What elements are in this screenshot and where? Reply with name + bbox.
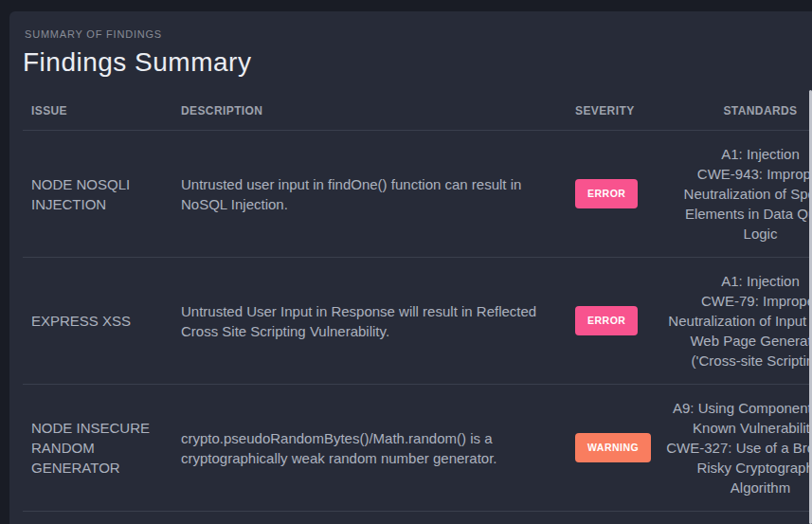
findings-table: ISSUE DESCRIPTION SEVERITY STANDARDS NOD…	[23, 93, 812, 512]
issue-cell: EXPRESS XSS	[23, 258, 172, 385]
standards-cell: A1: Injection CWE-943: Improper Neutrali…	[658, 131, 812, 258]
page-title: Findings Summary	[23, 45, 812, 80]
column-header-severity: SEVERITY	[567, 93, 658, 131]
card-eyebrow: SUMMARY OF FINDINGS	[25, 28, 812, 40]
column-header-issue: ISSUE	[23, 93, 172, 131]
severity-badge: ERROR	[575, 179, 638, 208]
description-cell: Untrusted user input in findOne() functi…	[172, 131, 567, 258]
issue-cell: NODE NOSQLI INJECTION	[23, 131, 172, 258]
table-row: NODE NOSQLI INJECTION Untrusted user inp…	[23, 131, 812, 258]
column-header-description: DESCRIPTION	[172, 93, 567, 131]
findings-summary-card: SUMMARY OF FINDINGS Findings Summary ISS…	[9, 11, 812, 524]
standards-cell: A1: Injection CWE-79: Improper Neutraliz…	[658, 258, 812, 385]
column-header-standards: STANDARDS	[658, 93, 812, 131]
table-row: EXPRESS XSS Untrusted User Input in Resp…	[23, 258, 812, 385]
findings-table-header: ISSUE DESCRIPTION SEVERITY STANDARDS	[23, 93, 812, 131]
standards-cell: A9: Using Components with Known Vulnerab…	[658, 385, 812, 512]
table-row: NODE INSECURE RANDOM GENERATOR crypto.ps…	[23, 385, 812, 512]
issue-cell: NODE INSECURE RANDOM GENERATOR	[23, 385, 172, 512]
description-cell: crypto.pseudoRandomBytes()/Math.random()…	[172, 385, 567, 512]
severity-badge: WARNING	[575, 433, 651, 462]
description-cell: Untrusted User Input in Response will re…	[172, 258, 567, 385]
severity-badge: ERROR	[575, 306, 638, 335]
